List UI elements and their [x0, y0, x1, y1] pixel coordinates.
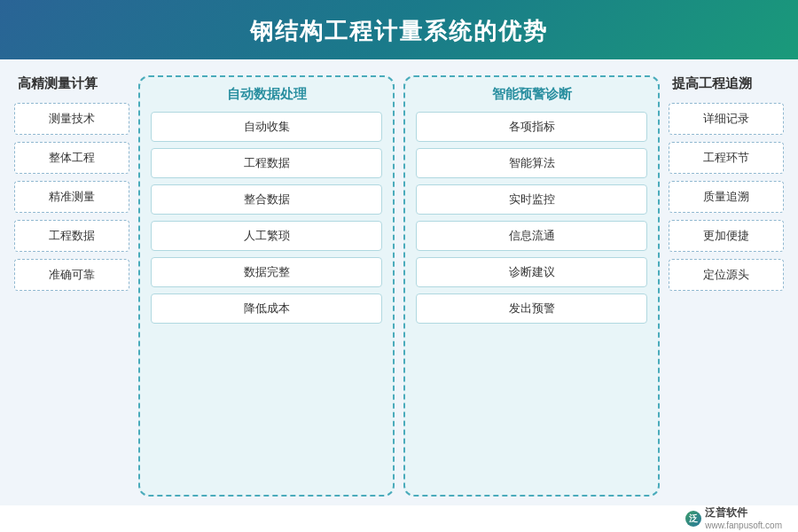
logo-icon: 泛	[685, 511, 701, 527]
main-content: 高精测量计算 测量技术 整体工程 精准测量 工程数据 准确可靠 自动数据处理 自…	[0, 59, 798, 505]
list-item: 详细记录	[669, 103, 784, 135]
list-item: 质量追溯	[669, 181, 784, 213]
footer-brand: 泛 泛普软件 www.fanpusoft.com	[685, 506, 782, 532]
list-item: 工程数据	[151, 148, 382, 178]
list-item: 数据完整	[151, 257, 382, 287]
footer-brand-url: www.fanpusoft.com	[705, 520, 782, 531]
list-item: 诊断建议	[416, 257, 647, 287]
header: 钢结构工程计量系统的优势	[0, 0, 798, 59]
list-item: 测量技术	[14, 103, 129, 135]
list-item: 工程环节	[669, 142, 784, 174]
middle-area: 自动数据处理 自动收集 工程数据 整合数据 人工繁琐 数据完整 降低成本 智能预…	[138, 75, 660, 497]
list-item: 整体工程	[14, 142, 129, 174]
left-column: 高精测量计算 测量技术 整体工程 精准测量 工程数据 准确可靠	[14, 75, 129, 497]
list-item: 人工繁琐	[151, 221, 382, 251]
list-item: 降低成本	[151, 293, 382, 324]
list-item: 整合数据	[151, 184, 382, 215]
panel-smart-warning-title: 智能预警诊断	[416, 86, 647, 103]
list-item: 发出预警	[416, 293, 647, 324]
list-item: 精准测量	[14, 181, 129, 213]
footer-logo: 泛	[685, 511, 701, 527]
panel-auto-data: 自动数据处理 自动收集 工程数据 整合数据 人工繁琐 数据完整 降低成本	[138, 75, 395, 497]
left-col-title: 高精测量计算	[14, 75, 129, 92]
footer-text: 泛普软件 www.fanpusoft.com	[705, 506, 782, 532]
list-item: 准确可靠	[14, 259, 129, 291]
list-item: 定位源头	[669, 259, 784, 291]
list-item: 实时监控	[416, 184, 647, 215]
list-item: 工程数据	[14, 220, 129, 252]
list-item: 自动收集	[151, 112, 382, 142]
right-column: 提高工程追溯 详细记录 工程环节 质量追溯 更加便捷 定位源头	[669, 75, 784, 497]
list-item: 信息流通	[416, 221, 647, 251]
list-item: 各项指标	[416, 112, 647, 142]
page-wrapper: 钢结构工程计量系统的优势 高精测量计算 测量技术 整体工程 精准测量 工程数据 …	[0, 0, 798, 532]
panel-smart-warning: 智能预警诊断 各项指标 智能算法 实时监控 信息流通 诊断建议 发出预警	[403, 75, 660, 497]
panel-auto-data-title: 自动数据处理	[151, 86, 382, 103]
page-title: 钢结构工程计量系统的优势	[0, 16, 798, 47]
footer: 泛 泛普软件 www.fanpusoft.com	[0, 505, 798, 532]
footer-brand-name: 泛普软件	[705, 506, 782, 520]
right-col-title: 提高工程追溯	[669, 75, 784, 92]
list-item: 智能算法	[416, 148, 647, 178]
list-item: 更加便捷	[669, 220, 784, 252]
